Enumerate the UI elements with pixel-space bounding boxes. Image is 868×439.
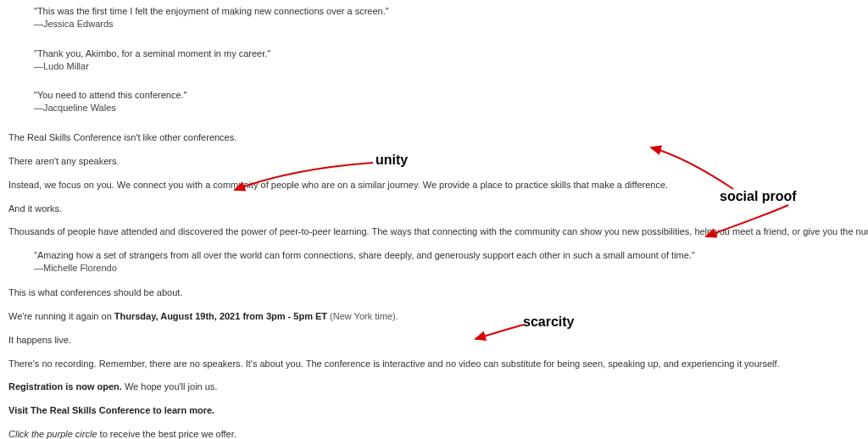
paragraph: Instead, we focus on you. We connect you… — [8, 179, 868, 192]
testimonial-text: "You need to attend this conference." — [34, 89, 868, 102]
testimonial-4: "Amazing how a set of strangers from all… — [34, 249, 868, 275]
registration-open: Registration is now open. — [8, 381, 122, 392]
paragraph: And it works. — [8, 203, 868, 215]
testimonial-attribution: —Ludo Millar — [34, 60, 868, 73]
testimonial-1: "This was the first time I felt the enjo… — [34, 5, 868, 31]
paragraph: There aren't any speakers. — [8, 155, 868, 168]
paragraph: It happens live. — [8, 334, 868, 347]
paragraph: This is what conferences should be about… — [8, 286, 868, 299]
testimonial-3: "You need to attend this conference." —J… — [34, 89, 868, 114]
testimonial-attribution: —Jessica Edwards — [34, 18, 868, 31]
purple-circle-instruction: Click the purple circle — [8, 429, 97, 439]
testimonial-text: "Thank you, Akimbo, for a seminal moment… — [34, 47, 868, 60]
testimonial-attribution: —Michelle Florendo — [34, 262, 868, 275]
testimonial-attribution: —Jacqueline Wales — [34, 102, 868, 114]
conference-link[interactable]: The Real Skills Conference — [31, 405, 150, 415]
timezone-note: (New York time). — [327, 311, 398, 321]
schedule-line: We're running it again on Thursday, Augu… — [8, 310, 868, 323]
testimonial-2: "Thank you, Akimbo, for a seminal moment… — [34, 47, 868, 73]
email-body: "This was the first time I felt the enjo… — [0, 0, 868, 439]
testimonial-text: "Amazing how a set of strangers from all… — [34, 249, 868, 262]
purple-circle-line: Click the purple circle to receive the b… — [8, 428, 868, 439]
registration-line: Registration is now open. We hope you'll… — [8, 381, 868, 393]
paragraph: The Real Skills Conference isn't like ot… — [8, 131, 868, 144]
paragraph: Thousands of people have attended and di… — [8, 225, 868, 238]
visit-line: Visit The Real Skills Conference to lear… — [8, 404, 868, 417]
testimonial-text: "This was the first time I felt the enjo… — [34, 5, 868, 18]
event-datetime: Thursday, August 19th, 2021 from 3pm - 5… — [114, 311, 327, 321]
paragraph: There's no recording. Remember, there ar… — [8, 358, 868, 370]
